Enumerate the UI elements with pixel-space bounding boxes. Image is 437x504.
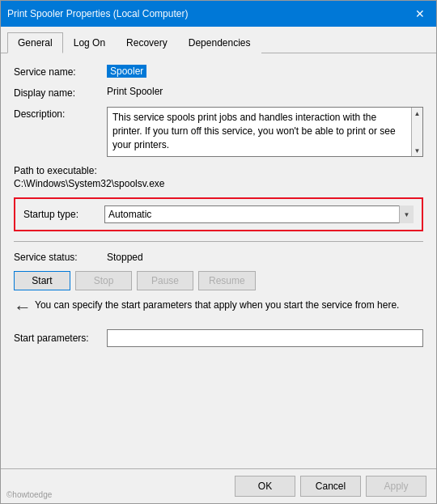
start-button[interactable]: Start bbox=[14, 271, 70, 290]
display-name-row: Display name: Print Spooler bbox=[14, 86, 423, 99]
startup-select-wrapper: Automatic Automatic (Delayed Start) Manu… bbox=[104, 205, 414, 223]
service-buttons-row: Start Stop Pause Resume bbox=[14, 271, 423, 290]
close-button[interactable]: ✕ bbox=[410, 4, 430, 23]
service-name-label: Service name: bbox=[14, 65, 107, 78]
path-label: Path to executable: bbox=[14, 165, 423, 176]
window-title: Print Spooler Properties (Local Computer… bbox=[7, 8, 188, 19]
tab-bar: General Log On Recovery Dependencies bbox=[1, 27, 436, 53]
scroll-down-arrow[interactable]: ▼ bbox=[412, 145, 423, 156]
tab-recovery[interactable]: Recovery bbox=[116, 32, 178, 53]
description-row: Description: This service spools print j… bbox=[14, 107, 423, 157]
scroll-up-arrow[interactable]: ▲ bbox=[412, 108, 423, 119]
params-label: Start parameters: bbox=[14, 332, 107, 344]
info-text: You can specify the start parameters tha… bbox=[35, 299, 399, 312]
path-value: C:\Windows\System32\spoolsv.exe bbox=[14, 178, 423, 189]
title-bar: Print Spooler Properties (Local Computer… bbox=[1, 1, 436, 27]
startup-type-label: Startup type: bbox=[23, 209, 104, 220]
service-name-row: Service name: Spooler bbox=[14, 65, 423, 78]
ok-button[interactable]: OK bbox=[235, 476, 295, 497]
display-name-value: Print Spooler bbox=[107, 86, 423, 97]
divider bbox=[14, 241, 423, 242]
startup-type-select[interactable]: Automatic Automatic (Delayed Start) Manu… bbox=[104, 205, 414, 223]
service-status-row: Service status: Stopped bbox=[14, 252, 423, 263]
description-scrollbar[interactable]: ▲ ▼ bbox=[411, 108, 422, 156]
params-row: Start parameters: bbox=[14, 329, 423, 347]
params-input[interactable] bbox=[107, 329, 423, 347]
tab-general[interactable]: General bbox=[7, 32, 63, 53]
description-text: This service spools print jobs and handl… bbox=[108, 108, 411, 156]
service-name-value: Spooler bbox=[107, 65, 146, 78]
arrow-icon: ← bbox=[14, 297, 32, 318]
cancel-button[interactable]: Cancel bbox=[300, 476, 361, 497]
bottom-bar: OK Cancel Apply bbox=[1, 468, 436, 503]
service-name-field: Spooler bbox=[107, 65, 423, 78]
info-section: ← You can specify the start parameters t… bbox=[14, 299, 423, 318]
tab-dependencies[interactable]: Dependencies bbox=[178, 32, 261, 53]
window: Print Spooler Properties (Local Computer… bbox=[0, 0, 437, 504]
startup-row: Startup type: Automatic Automatic (Delay… bbox=[23, 205, 414, 223]
service-status-value: Stopped bbox=[107, 252, 143, 263]
description-box: This service spools print jobs and handl… bbox=[107, 107, 423, 157]
path-section: Path to executable: C:\Windows\System32\… bbox=[14, 165, 423, 189]
display-name-label: Display name: bbox=[14, 86, 107, 99]
watermark: ©howtoedge bbox=[6, 490, 52, 499]
content-area: Service name: Spooler Display name: Prin… bbox=[1, 53, 436, 468]
tab-logon[interactable]: Log On bbox=[63, 32, 116, 53]
description-label: Description: bbox=[14, 107, 107, 120]
startup-section: Startup type: Automatic Automatic (Delay… bbox=[14, 197, 423, 231]
pause-button[interactable]: Pause bbox=[137, 271, 193, 290]
stop-button[interactable]: Stop bbox=[75, 271, 132, 290]
service-status-label: Service status: bbox=[14, 252, 107, 263]
apply-button[interactable]: Apply bbox=[366, 476, 426, 497]
resume-button[interactable]: Resume bbox=[198, 271, 256, 290]
